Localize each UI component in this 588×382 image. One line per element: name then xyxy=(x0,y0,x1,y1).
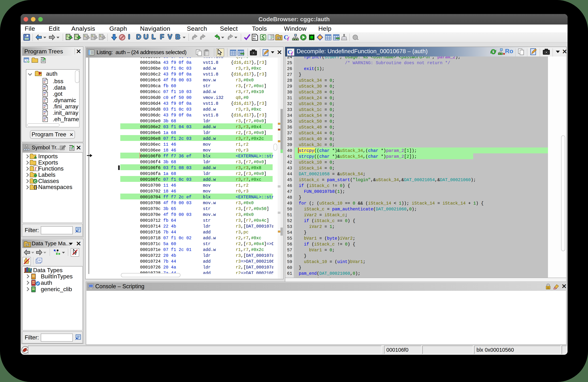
svg-text:10: 10 xyxy=(253,35,256,38)
svg-text:01: 01 xyxy=(253,38,256,40)
svg-text:f: f xyxy=(291,51,293,56)
svg-text:DT: DT xyxy=(277,37,281,39)
svg-text:f: f xyxy=(287,36,289,41)
svg-text:DT: DT xyxy=(26,243,29,246)
